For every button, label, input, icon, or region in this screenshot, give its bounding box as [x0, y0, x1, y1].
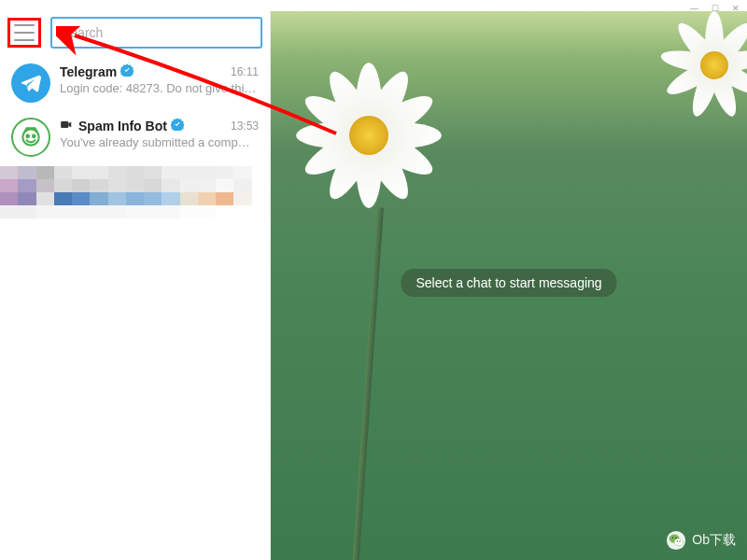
chat-preview: Login code: 48273. Do not give thi… [60, 81, 259, 95]
search-input[interactable] [50, 17, 262, 49]
svg-point-2 [33, 135, 35, 138]
chat-name: Spam Info Bot [78, 119, 167, 133]
chat-row-telegram[interactable]: Telegram 16:11 Login code: 48273. Do not… [0, 56, 270, 110]
svg-point-7 [672, 537, 674, 539]
watermark-text: Ob下载 [692, 532, 736, 549]
blurred-chat-row [0, 166, 270, 224]
hamburger-menu-button[interactable] [14, 24, 35, 41]
sidebar-topbar [0, 11, 270, 56]
verified-badge-icon [120, 63, 134, 79]
svg-point-9 [677, 540, 678, 541]
verified-badge-icon [171, 118, 184, 133]
chat-preview: You've already submitted a comp… [60, 135, 259, 149]
camera-icon [60, 119, 73, 133]
chat-row-spam-bot[interactable]: Spam Info Bot 13:53 You've already submi… [0, 110, 270, 164]
chat-time: 16:11 [231, 65, 259, 78]
avatar-spam-bot [11, 118, 50, 157]
bot-face-icon [19, 125, 43, 149]
watermark: Ob下载 [666, 530, 736, 551]
annotation-highlight-box [7, 18, 41, 48]
background-flower [654, 11, 747, 133]
sidebar: Telegram 16:11 Login code: 48273. Do not… [0, 11, 271, 560]
wechat-icon [666, 530, 686, 551]
avatar-telegram [11, 63, 50, 103]
svg-rect-3 [61, 121, 68, 128]
window-titlebar: — ☐ ✕ [0, 0, 747, 11]
background-flower [289, 63, 448, 221]
empty-state-message: Select a chat to start messaging [401, 269, 616, 297]
svg-point-1 [26, 135, 29, 138]
main-panel: Select a chat to start messaging Ob下载 [271, 11, 747, 560]
chat-time: 13:53 [231, 119, 259, 133]
chat-list: Telegram 16:11 Login code: 48273. Do not… [0, 56, 270, 560]
svg-point-10 [680, 540, 681, 541]
svg-point-8 [675, 537, 677, 539]
chat-name: Telegram [60, 64, 117, 79]
telegram-icon [20, 72, 42, 94]
svg-point-6 [674, 539, 683, 546]
